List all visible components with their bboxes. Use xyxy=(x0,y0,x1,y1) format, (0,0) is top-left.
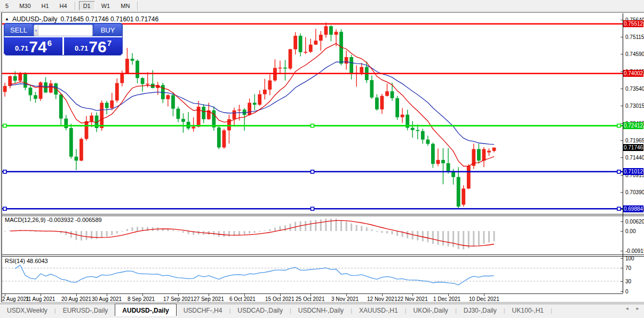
macd-label: MACD(12,26,9) -0.003932 -0.006589 xyxy=(5,217,102,223)
sell-button[interactable]: SELL xyxy=(5,24,33,36)
rsi-axis-tick xyxy=(621,258,623,259)
date-axis-label: 3 Nov 2021 xyxy=(331,296,359,302)
tab-usdcnh-daily[interactable]: USDCNH-,Daily xyxy=(291,304,351,316)
date-axis-label: 30 Aug 2021 xyxy=(92,296,122,302)
date-axis-label: 15 Oct 2021 xyxy=(265,296,294,302)
date-axis-label: 6 Oct 2021 xyxy=(229,296,256,302)
volume-stepper: ▼ ▲ xyxy=(34,25,93,36)
sell-price-box[interactable]: 0.71 74 6 xyxy=(4,37,62,55)
toolbar-timeframe-w1[interactable]: W1 xyxy=(97,1,115,11)
macd-axis-label: 0.006201 xyxy=(625,219,644,225)
price-axis-tick xyxy=(621,175,623,176)
macd-axis-tick xyxy=(621,221,623,222)
rsi-label: RSI(14) 48.6043 xyxy=(5,258,48,264)
tab-usdcad-daily[interactable]: USDCAD-,Daily xyxy=(230,304,290,316)
toolbar-timeframe-m30[interactable]: M30 xyxy=(15,1,35,11)
price-level-badge: 0.71012 xyxy=(623,168,643,175)
status-strip xyxy=(0,316,644,318)
price-axis-tick xyxy=(621,71,623,72)
price-axis-label: 0.74590 xyxy=(625,51,644,57)
tab-scroll-right-icon[interactable]: ► xyxy=(635,306,640,311)
tab-uk100-h1[interactable]: UK100-,H1 xyxy=(505,304,551,316)
price-axis-tick xyxy=(621,89,623,89)
price-axis-tick xyxy=(621,106,623,106)
toolbar-timeframe-mn[interactable]: MN xyxy=(116,1,134,11)
date-axis-label: 12 Nov 2021 xyxy=(367,296,397,302)
date-axis-label: 22 Nov 2021 xyxy=(397,296,428,302)
tab-xauusd-h1[interactable]: XAUUSD-,H1 xyxy=(352,304,405,316)
timeframe-toolbar: 5M30H1H4D1W1MN xyxy=(0,0,644,12)
buy-price-pip: 7 xyxy=(107,38,112,47)
tab-divider: | xyxy=(551,304,552,316)
chart-tab-bar: USDX,Weekly|EURUSD-,DailyAUDUSD-,DailyUS… xyxy=(0,304,644,316)
toolbar-timeframe-h1[interactable]: H1 xyxy=(37,1,53,11)
macd-axis-tick xyxy=(621,251,623,251)
price-axis-tick xyxy=(621,37,623,37)
rsi-axis-label: 30 xyxy=(625,279,631,284)
price-axis-label: 0.73015 xyxy=(625,103,644,109)
tab-ukoil-daily[interactable]: UKOil-,Daily xyxy=(407,304,455,316)
rsi-axis-tick xyxy=(621,291,623,292)
price-axis-label: 0.75115 xyxy=(625,34,644,40)
chart-window-border xyxy=(1,302,644,303)
price-axis-label: 0.71965 xyxy=(625,138,644,144)
volume-input[interactable] xyxy=(38,25,93,36)
price-axis-border xyxy=(623,13,623,293)
date-axis-label: 20 Aug 2021 xyxy=(61,296,91,302)
tab-dj30-daily[interactable]: DJ30-,Daily xyxy=(457,304,504,316)
price-axis-tick xyxy=(621,54,623,54)
rsi-axis-label: 0 xyxy=(625,289,629,295)
macd-axis-label: 0.00 xyxy=(625,228,635,234)
buy-button[interactable]: BUY xyxy=(94,24,122,36)
price-axis-tick xyxy=(621,209,623,210)
chart-title-ohlc: 0.71645 0.71746 0.71601 0.71746 xyxy=(61,15,159,23)
mt4-terminal: 5M30H1H4D1W1MN ▲ AUDUSD-,Daily 0.71645 0… xyxy=(0,0,644,318)
rsi-axis-tick xyxy=(621,268,623,268)
macd-axis-tick xyxy=(621,231,623,232)
tab-scroll-left-icon[interactable]: ◄ xyxy=(625,306,629,311)
rsi-axis-label: 70 xyxy=(625,265,631,271)
volume-decrease-button[interactable]: ▼ xyxy=(34,25,38,36)
chart-title-symbol: AUDUSD-,Daily xyxy=(12,15,58,23)
macd-axis-label: -0.00919 xyxy=(625,248,644,254)
chart-title: ▲ AUDUSD-,Daily 0.71645 0.71746 0.71601 … xyxy=(5,15,158,23)
rsi-panel-canvas[interactable] xyxy=(2,257,623,293)
price-level-badge: 0.72412 xyxy=(623,122,643,129)
toolbar-timeframe-h4[interactable]: H4 xyxy=(55,1,71,11)
tab-audusd-daily[interactable]: AUDUSD-,Daily xyxy=(115,304,176,316)
sell-price-pip: 6 xyxy=(47,38,52,47)
price-axis-label: 0.71440 xyxy=(625,155,644,161)
tab-eurusd-daily[interactable]: EURUSD-,Daily xyxy=(56,304,115,316)
tab-usdchf-h4[interactable]: USDCHF-,H4 xyxy=(177,304,229,316)
sell-price-big: 74 xyxy=(29,40,46,54)
current-price-badge: 0.71746 xyxy=(623,144,643,151)
price-axis-label: 0.73540 xyxy=(625,86,644,92)
price-axis-label: 0.70390 xyxy=(625,189,644,195)
price-axis-tick xyxy=(621,192,623,193)
toolbar-separator xyxy=(75,2,76,10)
buy-price-small: 0.71 xyxy=(75,44,88,52)
date-axis-label: 17 Sep 2021 xyxy=(163,296,194,302)
date-axis-label: 1 Dec 2021 xyxy=(433,296,460,302)
buy-price-box[interactable]: 0.71 76 7 xyxy=(64,37,122,55)
date-axis[interactable]: 2 Aug 202111 Aug 202120 Aug 202130 Aug 2… xyxy=(2,293,623,303)
price-level-badge: 0.69884 xyxy=(623,205,643,212)
sell-price-small: 0.71 xyxy=(15,44,28,52)
collapse-trade-panel-icon[interactable]: ▲ xyxy=(5,17,9,21)
price-axis-tick xyxy=(621,157,623,158)
date-axis-label: 27 Sep 2021 xyxy=(194,296,224,302)
price-level-badge: 0.74002 xyxy=(623,70,643,77)
toolbar-timeframe-5[interactable]: 5 xyxy=(1,1,13,11)
toolbar-timeframe-d1[interactable]: D1 xyxy=(79,1,95,11)
buy-price-big: 76 xyxy=(89,40,106,54)
rsi-axis-label: 100 xyxy=(625,256,634,261)
date-axis-label: 8 Sep 2021 xyxy=(128,296,155,302)
tab-scroll-arrows: ◄ ► xyxy=(625,306,640,311)
rsi-axis-tick xyxy=(621,281,623,282)
toolbar-separator xyxy=(137,2,138,10)
date-axis-label: 25 Oct 2021 xyxy=(296,296,324,302)
price-level-badge: 0.75512 xyxy=(623,20,643,27)
one-click-trade-panel: SELL ▼ ▲ BUY 0.71 74 6 0.71 76 7 xyxy=(4,23,122,55)
date-axis-label: 11 Aug 2021 xyxy=(26,296,55,302)
tab-usdx-weekly[interactable]: USDX,Weekly xyxy=(0,304,54,316)
